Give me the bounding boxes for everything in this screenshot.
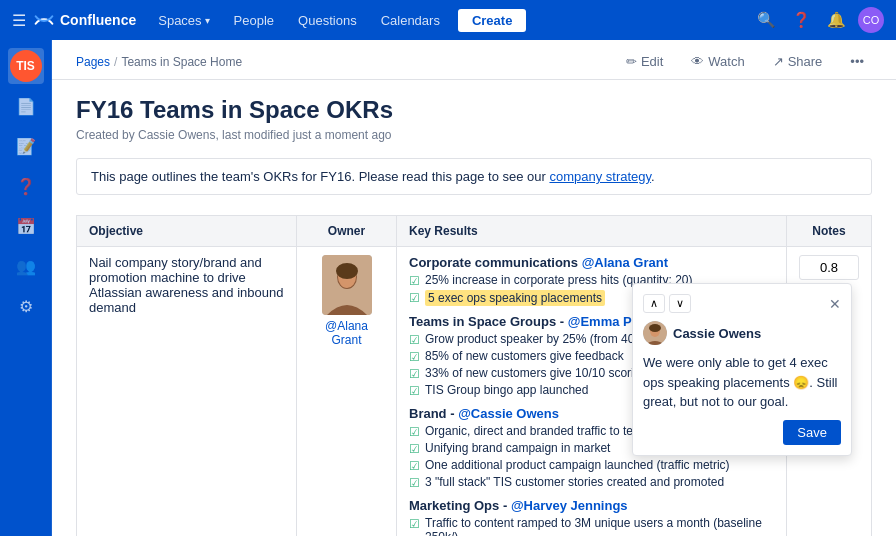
sidebar-people-icon[interactable]: 👥 [8, 248, 44, 284]
popup-header: ∧ ∨ ✕ [643, 294, 841, 313]
th-keyresults: Key Results [397, 216, 787, 247]
owner-avatar-img-1 [322, 255, 372, 315]
layout: TIS 📄 📝 ❓ 📅 👥 ⚙ Pages / Teams in Space H… [0, 40, 896, 536]
watch-icon: 👁 [691, 54, 704, 69]
popup-next-btn[interactable]: ∨ [669, 294, 691, 313]
edit-icon: ✏ [626, 54, 637, 69]
check-icon: ☑ [409, 367, 420, 381]
popup-avatar-img [643, 321, 667, 345]
topnav-right: 🔍 ❓ 🔔 CO [753, 7, 884, 33]
check-icon: ☑ [409, 350, 420, 364]
user-avatar[interactable]: CO [858, 7, 884, 33]
th-owner: Owner [297, 216, 397, 247]
search-icon[interactable]: 🔍 [753, 7, 780, 33]
topnav: ☰ Confluence Spaces▾ People Questions Ca… [0, 0, 896, 40]
watch-button[interactable]: 👁 Watch [683, 50, 752, 73]
check-icon: ☑ [409, 333, 420, 347]
check-icon: ☑ [409, 274, 420, 288]
check-icon: ☑ [409, 291, 420, 305]
nav-questions[interactable]: Questions [288, 9, 367, 32]
share-button[interactable]: ↗ Share [765, 50, 831, 73]
th-objective: Objective [77, 216, 297, 247]
nav-calendars[interactable]: Calendars [371, 9, 450, 32]
check-icon: ☑ [409, 442, 420, 456]
page-header-bar: Pages / Teams in Space Home ✏ Edit 👁 Wat… [52, 40, 896, 80]
popup-prev-btn[interactable]: ∧ [643, 294, 665, 313]
breadcrumb: Pages / Teams in Space Home [76, 55, 242, 69]
banner-text-suffix: . [651, 169, 655, 184]
info-banner: This page outlines the team's OKRs for F… [76, 158, 872, 195]
confluence-icon [34, 10, 54, 30]
notifications-icon[interactable]: 🔔 [823, 7, 850, 33]
kr-section-mktg-ops: Marketing Ops - @Harvey Jennings ☑Traffi… [409, 498, 774, 536]
sidebar-questions-icon[interactable]: ❓ [8, 168, 44, 204]
check-icon: ☑ [409, 476, 420, 490]
popup-user-avatar [643, 321, 667, 345]
help-icon[interactable]: ❓ [788, 7, 815, 33]
sidebar: TIS 📄 📝 ❓ 📅 👥 ⚙ [0, 40, 52, 536]
breadcrumb-pages[interactable]: Pages [76, 55, 110, 69]
nav-people[interactable]: People [224, 9, 284, 32]
breadcrumb-sep: / [114, 55, 117, 69]
edit-button[interactable]: ✏ Edit [618, 50, 671, 73]
mention-harvey: @Harvey Jennings [511, 498, 628, 513]
page-actions: ✏ Edit 👁 Watch ↗ Share ••• [618, 50, 872, 73]
popup-user-name: Cassie Owens [673, 326, 761, 341]
objective-cell-1: Nail company story/brand and promotion m… [77, 247, 297, 537]
comment-popup: ∧ ∨ ✕ Cassie Owens [632, 283, 852, 456]
mention-cassie: @Cassie Owens [458, 406, 559, 421]
check-icon: ☑ [409, 517, 420, 531]
create-button[interactable]: Create [458, 9, 526, 32]
main-content: Pages / Teams in Space Home ✏ Edit 👁 Wat… [52, 40, 896, 536]
kr-item: ☑One additional product campaign launche… [409, 458, 774, 473]
sidebar-settings-icon[interactable]: ⚙ [8, 288, 44, 324]
page-title: FY16 Teams in Space OKRs [76, 96, 872, 124]
sidebar-calendar-icon[interactable]: 📅 [8, 208, 44, 244]
owner-name-1: @Alana Grant [309, 319, 384, 347]
check-icon: ☑ [409, 384, 420, 398]
share-icon: ↗ [773, 54, 784, 69]
owner-avatar-1 [322, 255, 372, 315]
objective-text-1: Nail company story/brand and promotion m… [89, 255, 283, 315]
svg-point-6 [649, 324, 661, 332]
page-meta: Created by Cassie Owens, last modified j… [76, 128, 872, 142]
page-title-section: FY16 Teams in Space OKRs Created by Cass… [52, 80, 896, 148]
popup-save-button[interactable]: Save [783, 420, 841, 445]
nav-spaces[interactable]: Spaces▾ [148, 9, 219, 32]
banner-text-prefix: This page outlines the team's OKRs for F… [91, 169, 549, 184]
popup-close-button[interactable]: ✕ [829, 296, 841, 312]
popup-nav: ∧ ∨ [643, 294, 691, 313]
space-avatar: TIS [10, 50, 42, 82]
kr-section-title-1: Corporate communications @Alana Grant [409, 255, 774, 270]
kr-item: ☑3 "full stack" TIS customer stories cre… [409, 475, 774, 490]
owner-cell-1: @Alana Grant [297, 247, 397, 537]
mention-alana: @Alana Grant [582, 255, 668, 270]
table-container: Objective Owner Key Results Notes Nail c… [76, 215, 872, 536]
check-icon: ☑ [409, 459, 420, 473]
sidebar-home[interactable]: TIS [8, 48, 44, 84]
th-notes: Notes [787, 216, 872, 247]
sidebar-blog-icon[interactable]: 📝 [8, 128, 44, 164]
table-header-row: Objective Owner Key Results Notes [77, 216, 872, 247]
check-icon: ☑ [409, 425, 420, 439]
confluence-logo[interactable]: Confluence [34, 10, 136, 30]
company-strategy-link[interactable]: company strategy [549, 169, 651, 184]
confluence-logo-text: Confluence [60, 12, 136, 28]
svg-point-3 [336, 263, 358, 279]
breadcrumb-current: Teams in Space Home [121, 55, 242, 69]
hamburger-icon[interactable]: ☰ [12, 11, 26, 30]
sidebar-pages-icon[interactable]: 📄 [8, 88, 44, 124]
kr-list-mktg-ops: ☑Traffic to content ramped to 3M unique … [409, 516, 774, 536]
kr-item: ☑Traffic to content ramped to 3M unique … [409, 516, 774, 536]
popup-comment-text: We were only able to get 4 exec ops spea… [643, 353, 841, 412]
kr-section-title-4: Marketing Ops - @Harvey Jennings [409, 498, 774, 513]
notes-input-1[interactable] [799, 255, 859, 280]
popup-user: Cassie Owens [643, 321, 841, 345]
more-actions-button[interactable]: ••• [842, 50, 872, 73]
more-icon: ••• [850, 54, 864, 69]
